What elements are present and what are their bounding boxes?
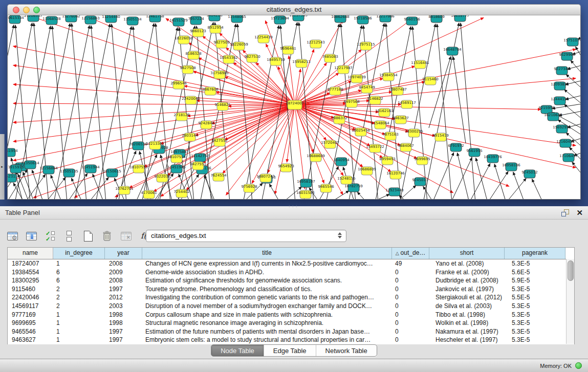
graph-node[interactable]: 19197363 [289, 15, 308, 21]
graph-node[interactable]: 1840954 [333, 158, 350, 166]
graph-node[interactable]: 9884067 [398, 143, 413, 151]
new-column-button[interactable] [81, 229, 95, 243]
graph-node[interactable]: 12254439 [254, 35, 273, 43]
table-row[interactable]: 946362711997Embryonic stem cells: a mode… [8, 336, 574, 344]
table-row[interactable]: 1872400712008Changes of HCN gene express… [8, 259, 574, 268]
west-panel-divider[interactable]: ▸ [0, 134, 5, 200]
graph-node[interactable]: 8959493 [379, 157, 395, 165]
minimize-window-button[interactable] [23, 7, 30, 13]
graph-node[interactable]: 9699695 [414, 157, 430, 165]
column-header-title[interactable]: title [142, 248, 392, 259]
graph-node[interactable]: 7886372 [331, 116, 347, 124]
table-row[interactable]: 1456911722003Disruption of a novel membe… [8, 302, 574, 311]
graph-node[interactable]: 10439777 [451, 15, 469, 21]
graph-node[interactable]: 10439776 [484, 155, 502, 163]
close-window-button[interactable] [13, 7, 19, 13]
graph-node[interactable]: 15276062 [62, 15, 80, 22]
graph-node[interactable]: 19218586 [354, 16, 372, 24]
graph-node[interactable]: 10688609 [307, 154, 325, 162]
graph-node[interactable]: 16031583 [296, 190, 315, 199]
graph-node[interactable]: 9329966 [559, 52, 575, 60]
graph-node[interactable]: 19384554 [379, 73, 398, 81]
network-view-window[interactable]: citations_edges.txt 20615334212065371106… [7, 4, 581, 200]
graph-node[interactable]: 9322031 [154, 174, 170, 182]
graph-node[interactable]: 11254440 [102, 15, 120, 23]
graph-node[interactable]: 9756928 [241, 184, 257, 192]
column-header-short[interactable]: short [429, 248, 505, 259]
graph-node[interactable]: 16958106 [502, 163, 520, 171]
graph-node[interactable]: 12217986 [376, 15, 395, 22]
delete-column-button[interactable] [100, 229, 114, 243]
graph-node[interactable]: 16648784 [443, 47, 462, 55]
graph-node[interactable]: 15751074 [563, 38, 581, 46]
graph-node[interactable]: 11068528 [42, 16, 61, 25]
splitpane-grip[interactable]: ⋮⋮⋮ [288, 206, 297, 208]
zoom-window-button[interactable] [33, 7, 40, 13]
table-row[interactable]: 969969511998Structural magnetic resonanc… [8, 319, 574, 327]
select-all-button[interactable]: ✓✓ [43, 229, 57, 243]
graph-node[interactable]: 12156863 [81, 16, 100, 24]
graph-node[interactable]: 13505134 [123, 17, 142, 25]
graph-node[interactable]: 9560156 [404, 17, 420, 25]
graph-node[interactable]: 2867608 [202, 87, 218, 95]
graph-node[interactable]: 12444158 [551, 97, 569, 105]
graph-node[interactable]: 9464206 [206, 15, 223, 21]
graph-node[interactable]: 10543362 [220, 55, 238, 63]
table-row[interactable]: 911546021997Tourette syndrome. Phenomeno… [8, 285, 574, 294]
table-source-dropdown[interactable]: citations_edges.txt [146, 230, 346, 242]
column-header-out_de[interactable]: △out_de… [392, 248, 429, 259]
graph-node[interactable]: 10807487 [388, 87, 407, 95]
table-panel-titlebar[interactable]: Table Panel ⋮⋮⋮ ✕ [0, 206, 588, 220]
column-header-in_degree[interactable]: in_degree [53, 248, 105, 259]
graph-node[interactable]: 8818609 [428, 15, 444, 23]
graph-node[interactable]: 9696461 [280, 46, 296, 54]
graph-node[interactable]: 10025458 [352, 128, 370, 136]
graph-node[interactable]: 2718126 [173, 113, 190, 121]
graph-node[interactable]: 9146822 [367, 96, 383, 104]
column-header-year[interactable]: year [105, 248, 142, 259]
graph-node[interactable]: 7957224 [188, 16, 204, 25]
graph-node[interactable]: 18226059 [230, 42, 248, 50]
graph-node[interactable]: 9245013 [412, 178, 428, 186]
graph-node[interactable]: 8427552 [211, 138, 227, 146]
vertical-scrollbar[interactable] [566, 259, 574, 344]
graph-node[interactable]: 9465546 [318, 184, 334, 192]
graph-node[interactable]: 18300295 [405, 129, 423, 137]
graph-node[interactable]: 18226058 [175, 36, 193, 44]
graph-node[interactable]: 9115460 [422, 77, 438, 85]
graph-node[interactable]: 15248155 [337, 176, 356, 184]
graph-node[interactable]: 10762701 [115, 186, 134, 194]
graph-node[interactable]: 9827509 [213, 40, 229, 48]
clear-selection-button[interactable] [62, 229, 76, 243]
graph-node[interactable]: 16120746 [386, 171, 405, 179]
graph-node[interactable]: 15692951 [553, 125, 571, 133]
graph-node[interactable]: 3915915 [8, 165, 24, 173]
scrollbar-thumb[interactable] [568, 260, 574, 281]
graph-node[interactable]: 17106457 [559, 154, 578, 162]
graph-node[interactable]: 12160455 [556, 139, 575, 147]
graph-node[interactable]: 21206537 [24, 15, 42, 21]
graph-node[interactable]: 7624554 [210, 173, 227, 181]
tab-node-table[interactable]: Node Table [211, 345, 264, 356]
show-column-button[interactable] [24, 229, 38, 243]
graph-node[interactable]: 7254402 [173, 189, 189, 198]
graph-node[interactable]: 9146821 [214, 102, 230, 111]
graph-node[interactable]: 6497568 [343, 99, 359, 107]
graph-node[interactable]: 11451944 [81, 165, 100, 173]
graph-node[interactable]: 12217987 [334, 65, 353, 74]
column-header-name[interactable]: name [8, 248, 53, 259]
graph-node[interactable]: 11548064 [371, 121, 389, 129]
network-canvas[interactable]: 2061533421206537110685281527606212156863… [7, 15, 581, 200]
delete-table-button[interactable]: ✕ [119, 229, 133, 243]
tab-network-table[interactable]: Network Table [316, 345, 377, 356]
graph-node[interactable]: 9463627 [393, 116, 408, 124]
graph-node[interactable]: 8454749 [359, 85, 375, 93]
graph-node[interactable]: 20206536 [129, 142, 147, 150]
table-row[interactable]: 977716911998Corpus callosum shape and si… [8, 311, 574, 319]
graph-node[interactable]: 20615334 [8, 15, 24, 24]
graph-node[interactable]: 9561954 [8, 148, 18, 157]
graph-node[interactable]: 9827510 [244, 54, 260, 62]
graph-node[interactable]: 18724007 [286, 100, 304, 110]
graph-node[interactable]: 16782759 [344, 184, 363, 192]
graph-node[interactable]: 9860123 [190, 29, 206, 37]
